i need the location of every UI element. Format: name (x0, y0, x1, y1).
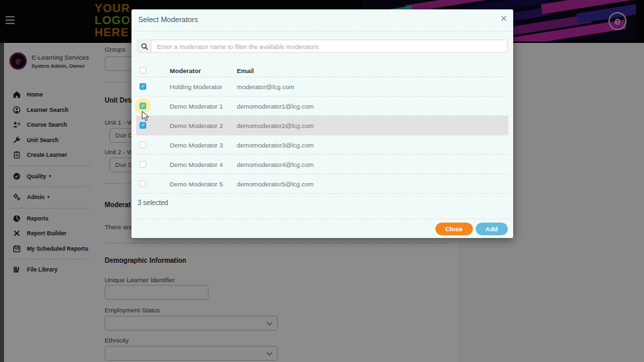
modal-header-divider (131, 31, 513, 32)
moderator-name: Holding Moderator (170, 83, 237, 90)
moderator-name: Demo Moderator 1 (170, 103, 237, 110)
table-row[interactable]: Demo Moderator 4 demomoderator4@lcg.com (136, 155, 508, 174)
moderator-search-input[interactable] (152, 40, 508, 53)
mouse-cursor (142, 111, 150, 122)
moderator-name: Demo Moderator 2 (170, 122, 237, 129)
moderator-email: demomoderator3@lcg.com (237, 141, 508, 149)
moderator-email: demomoderator4@lcg.com (237, 161, 508, 168)
row-checkbox[interactable] (140, 141, 146, 148)
moderator-name: Demo Moderator 4 (170, 161, 237, 168)
moderator-name: Demo Moderator 5 (170, 180, 237, 188)
table-row[interactable]: Demo Moderator 3 demomoderator3@lcg.com (136, 135, 508, 155)
modal-footer: Close Add (131, 219, 513, 238)
email-column-header: Email (237, 67, 508, 74)
row-checkbox[interactable] (140, 161, 146, 168)
row-checkbox[interactable] (140, 180, 146, 187)
selected-count: 3 selected (138, 199, 168, 206)
row-checkbox[interactable] (140, 103, 146, 109)
close-button[interactable]: Close (435, 223, 473, 235)
close-icon[interactable]: × (500, 12, 507, 25)
moderator-table: Moderator Email Holding Moderator modera… (136, 64, 508, 194)
select-moderators-modal: Select Moderators × Moderator Email Hold… (131, 9, 513, 238)
table-row[interactable]: Demo Moderator 1 demomoderator1@lcg.com (136, 97, 508, 116)
search-button[interactable] (137, 40, 152, 53)
moderator-name: Demo Moderator 3 (170, 141, 237, 149)
row-checkbox[interactable] (140, 122, 146, 129)
moderator-email: demomoderator5@lcg.com (237, 180, 508, 188)
row-checkbox[interactable] (140, 83, 146, 90)
moderator-email: moderator@lcg.com (237, 83, 508, 90)
moderator-column-header: Moderator (170, 67, 237, 74)
table-row[interactable]: Demo Moderator 5 demomoderator5@lcg.com (136, 174, 508, 194)
table-row[interactable]: Holding Moderator moderator@lcg.com (136, 77, 508, 97)
moderator-email: demomoderator1@lcg.com (237, 103, 508, 110)
moderator-email: demomoderator2@lcg.com (237, 122, 508, 129)
table-header-row: Moderator Email (136, 64, 508, 77)
add-button[interactable]: Add (476, 223, 508, 235)
select-all-checkbox[interactable] (140, 67, 146, 74)
table-row[interactable]: Demo Moderator 2 demomoderator2@lcg.com (136, 116, 508, 135)
modal-title: Select Moderators (138, 15, 198, 23)
search-icon (141, 43, 148, 50)
